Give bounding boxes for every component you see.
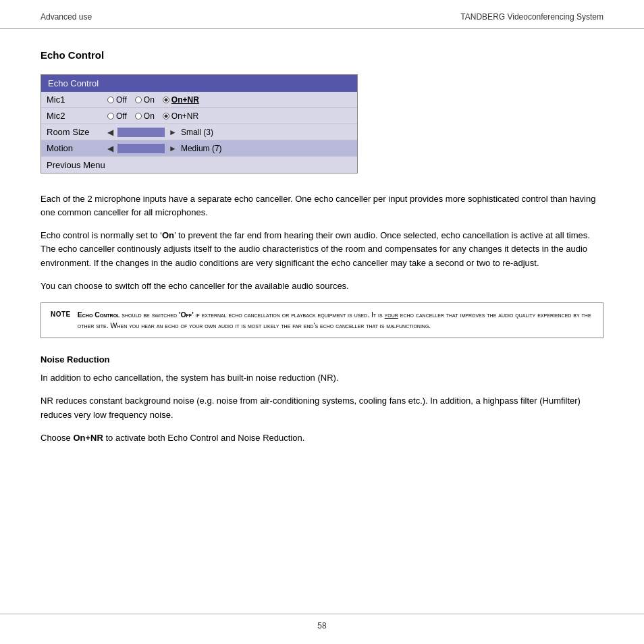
motion-row[interactable]: Motion ◀ ► Medium (7): [41, 140, 357, 157]
header: Advanced use TANDBERG Videoconferencing …: [0, 0, 644, 29]
previous-menu-row[interactable]: Previous Menu: [41, 157, 357, 173]
mic2-on-label: On: [144, 111, 155, 121]
footer: 58: [0, 614, 644, 630]
room-size-row[interactable]: Room Size ◀ ► Small (3): [41, 124, 357, 140]
room-size-right-arrow: ►: [169, 128, 177, 137]
nr-para-3: Choose On+NR to activate both Echo Contr…: [41, 431, 603, 445]
motion-right-arrow: ►: [169, 144, 177, 153]
mic2-off-label: Off: [116, 111, 127, 121]
page-title: Echo Control: [41, 49, 603, 61]
mic1-on-radio: [135, 97, 142, 103]
page-number: 58: [317, 621, 326, 630]
previous-menu-label: Previous Menu: [47, 160, 105, 170]
mic2-onnr-radio: [163, 113, 169, 119]
mic2-off-radio: [107, 113, 114, 119]
nr-para-1: In addition to echo cancellation, the sy…: [41, 371, 603, 385]
noise-reduction-title: Noise Reduction: [41, 354, 603, 365]
room-size-left-arrow: ◀: [107, 128, 113, 137]
mic1-off-option[interactable]: Off: [107, 95, 127, 105]
note-content: Echo Control should be switched 'Off' if…: [78, 310, 593, 331]
motion-value: Medium (7): [181, 144, 222, 153]
room-size-value: Small (3): [181, 128, 213, 137]
mic2-label: Mic2: [47, 111, 107, 121]
mic1-onnr-label: On+NR: [171, 95, 199, 105]
nr-para-2: NR reduces constant background noise (e.…: [41, 394, 603, 421]
header-right: TANDBERG Videoconferencing System: [460, 12, 603, 22]
mic2-on-option[interactable]: On: [135, 111, 155, 121]
body-para-2: Echo control is normally set to ‘On’ to …: [41, 229, 603, 269]
room-size-label: Room Size: [47, 127, 107, 137]
motion-label: Motion: [47, 143, 107, 153]
mic2-onnr-option[interactable]: On+NR: [163, 111, 198, 121]
mic2-off-option[interactable]: Off: [107, 111, 127, 121]
mic1-on-label: On: [144, 95, 155, 105]
mic1-options: Off On On+NR: [107, 95, 199, 105]
mic2-onnr-label: On+NR: [171, 111, 198, 121]
mic1-row[interactable]: Mic1 Off On On+NR: [41, 92, 357, 108]
body-para-3: You can choose to switch off the echo ca…: [41, 279, 603, 293]
motion-slider: ◀ ► Medium (7): [107, 144, 222, 153]
page-container: Advanced use TANDBERG Videoconferencing …: [0, 0, 644, 644]
main-content: Echo Control Echo Control Mic1 Off On: [0, 29, 644, 475]
room-size-slider: ◀ ► Small (3): [107, 128, 213, 137]
note-label: NOTE: [51, 311, 71, 318]
motion-left-arrow: ◀: [107, 144, 113, 153]
body-para-1: Each of the 2 microphone inputs have a s…: [41, 192, 603, 219]
mic1-off-label: Off: [116, 95, 127, 105]
header-left: Advanced use: [41, 12, 92, 22]
mic1-onnr-radio: [163, 97, 169, 103]
mic2-on-radio: [135, 113, 142, 119]
echo-control-title: Echo Control: [41, 75, 357, 92]
mic2-options: Off On On+NR: [107, 111, 198, 121]
mic1-on-option[interactable]: On: [135, 95, 155, 105]
mic1-off-radio: [107, 97, 114, 103]
note-box: NOTE Echo Control should be switched 'Of…: [41, 302, 603, 339]
mic2-row[interactable]: Mic2 Off On On+NR: [41, 108, 357, 124]
echo-control-ui: Echo Control Mic1 Off On On+NR: [41, 74, 358, 173]
mic1-label: Mic1: [47, 95, 107, 105]
motion-bar: [117, 144, 165, 153]
room-size-bar: [117, 128, 165, 137]
mic1-onnr-option[interactable]: On+NR: [163, 95, 199, 105]
